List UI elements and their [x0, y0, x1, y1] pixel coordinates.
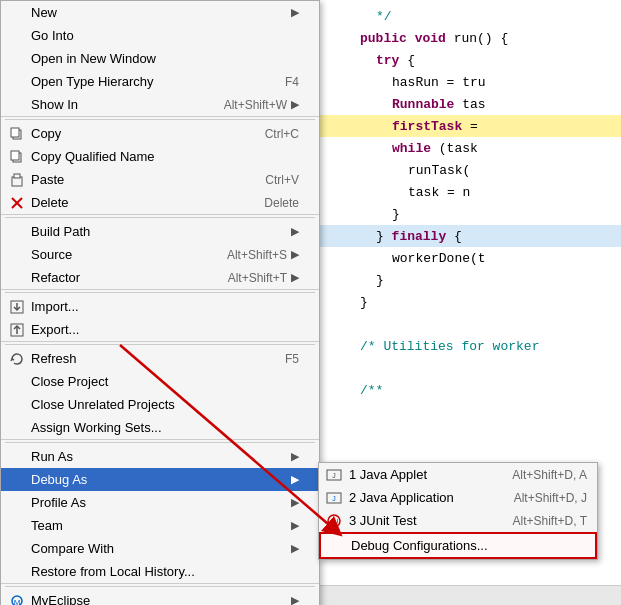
menu-label: Close Unrelated Projects: [31, 397, 175, 412]
menu-item-go-into[interactable]: Go Into: [1, 24, 319, 47]
divider: [5, 344, 315, 345]
menu-label: Team: [31, 518, 63, 533]
divider: [5, 217, 315, 218]
menu-label: Source: [31, 247, 72, 262]
menu-item-assign-working-sets[interactable]: Assign Working Sets...: [1, 416, 319, 440]
shortcut: Delete: [264, 196, 299, 210]
menu-label: Refresh: [31, 351, 77, 366]
menu-item-refactor[interactable]: Refactor Alt+Shift+T ▶: [1, 266, 319, 290]
shortcut: Ctrl+V: [265, 173, 299, 187]
copy-qualified-icon: [9, 149, 25, 165]
divider: [5, 586, 315, 587]
code-line: firstTask =: [320, 115, 621, 137]
java-app-icon: J: [325, 489, 343, 507]
menu-item-open-type-hierarchy[interactable]: Open Type Hierarchy F4: [1, 70, 319, 93]
menu-label: Restore from Local History...: [31, 564, 195, 579]
code-line: }: [320, 269, 621, 291]
submenu-arrow: ▶: [291, 473, 299, 486]
svg-text:J: J: [332, 472, 336, 479]
menu-label: Delete: [31, 195, 69, 210]
menu-item-refresh[interactable]: Refresh F5: [1, 347, 319, 370]
code-line: [320, 357, 621, 379]
shortcut: Alt+Shift+D, A: [512, 468, 587, 482]
menu-item-source[interactable]: Source Alt+Shift+S ▶: [1, 243, 319, 266]
submenu-item-java-application[interactable]: J 2 Java Application Alt+Shift+D, J: [319, 486, 597, 509]
divider: [5, 119, 315, 120]
svg-rect-1: [11, 128, 19, 137]
menu-item-compare-with[interactable]: Compare With ▶: [1, 537, 319, 560]
menu-label: Import...: [31, 299, 79, 314]
menu-label: Debug As: [31, 472, 87, 487]
delete-icon: [9, 195, 25, 211]
menu-item-run-as[interactable]: Run As ▶: [1, 445, 319, 468]
menu-item-myeclipse[interactable]: M MyEclipse ▶: [1, 589, 319, 605]
submenu-arrow: ▶: [291, 594, 299, 605]
menu-label: Open Type Hierarchy: [31, 74, 154, 89]
submenu-arrow: ▶: [291, 450, 299, 463]
menu-item-paste[interactable]: Paste Ctrl+V: [1, 168, 319, 191]
submenu-item-junit[interactable]: JU 3 JUnit Test Alt+Shift+D, T: [319, 509, 597, 532]
copy-icon: [9, 126, 25, 142]
code-line: }: [320, 203, 621, 225]
shortcut: Alt+Shift+S: [227, 248, 287, 262]
svg-rect-3: [11, 151, 19, 160]
divider: [5, 292, 315, 293]
submenu-debug-as: J 1 Java Applet Alt+Shift+D, A J 2 Java …: [318, 462, 598, 560]
menu-label: Open in New Window: [31, 51, 156, 66]
submenu-arrow: ▶: [291, 519, 299, 532]
context-menu: New ▶ Go Into Open in New Window Open Ty…: [0, 0, 320, 605]
menu-item-delete[interactable]: Delete Delete: [1, 191, 319, 215]
submenu-label: 2 Java Application: [349, 490, 454, 505]
menu-label: Build Path: [31, 224, 90, 239]
code-line: runTask(: [320, 159, 621, 181]
code-line: [320, 313, 621, 335]
code-line: hasRun = tru: [320, 71, 621, 93]
submenu-arrow: ▶: [291, 248, 299, 261]
shortcut: Alt+Shift+W: [224, 98, 287, 112]
submenu-item-debug-config[interactable]: Debug Configurations...: [319, 532, 597, 559]
submenu-label: Debug Configurations...: [351, 538, 488, 553]
menu-item-debug-as[interactable]: Debug As ▶: [1, 468, 319, 491]
submenu-arrow: ▶: [291, 271, 299, 284]
menu-item-import[interactable]: Import...: [1, 295, 319, 318]
submenu-label: 1 Java Applet: [349, 467, 427, 482]
paste-icon: [9, 172, 25, 188]
menu-item-export[interactable]: Export...: [1, 318, 319, 342]
menu-label: Go Into: [31, 28, 74, 43]
code-line: public void run() {: [320, 27, 621, 49]
submenu-item-java-applet[interactable]: J 1 Java Applet Alt+Shift+D, A: [319, 463, 597, 486]
menu-item-close-project[interactable]: Close Project: [1, 370, 319, 393]
code-line: } finally {: [320, 225, 621, 247]
myeclipse-icon: M: [9, 593, 25, 606]
menu-item-restore-local[interactable]: Restore from Local History...: [1, 560, 319, 584]
menu-label: New: [31, 5, 57, 20]
menu-item-open-new-window[interactable]: Open in New Window: [1, 47, 319, 70]
code-line: workerDone(t: [320, 247, 621, 269]
menu-label: Copy: [31, 126, 61, 141]
menu-item-copy-qualified[interactable]: Copy Qualified Name: [1, 145, 319, 168]
menu-item-new[interactable]: New ▶: [1, 1, 319, 24]
code-line: /**: [320, 379, 621, 401]
menu-item-profile-as[interactable]: Profile As ▶: [1, 491, 319, 514]
code-line: }: [320, 291, 621, 313]
code-line: while (task: [320, 137, 621, 159]
shortcut: Alt+Shift+D, J: [514, 491, 587, 505]
menu-item-team[interactable]: Team ▶: [1, 514, 319, 537]
menu-label: Refactor: [31, 270, 80, 285]
code-line: try {: [320, 49, 621, 71]
java-applet-icon: J: [325, 466, 343, 484]
menu-label: Compare With: [31, 541, 114, 556]
shortcut: F4: [285, 75, 299, 89]
menu-item-close-unrelated[interactable]: Close Unrelated Projects: [1, 393, 319, 416]
menu-label: Profile As: [31, 495, 86, 510]
submenu-arrow: ▶: [291, 496, 299, 509]
svg-text:JU: JU: [330, 518, 339, 525]
menu-label: Assign Working Sets...: [31, 420, 162, 435]
menu-item-show-in[interactable]: Show In Alt+Shift+W ▶: [1, 93, 319, 117]
menu-label: Show In: [31, 97, 78, 112]
svg-rect-5: [14, 174, 20, 178]
menu-item-build-path[interactable]: Build Path ▶: [1, 220, 319, 243]
submenu-label: 3 JUnit Test: [349, 513, 417, 528]
menu-label: Paste: [31, 172, 64, 187]
menu-item-copy[interactable]: Copy Ctrl+C: [1, 122, 319, 145]
